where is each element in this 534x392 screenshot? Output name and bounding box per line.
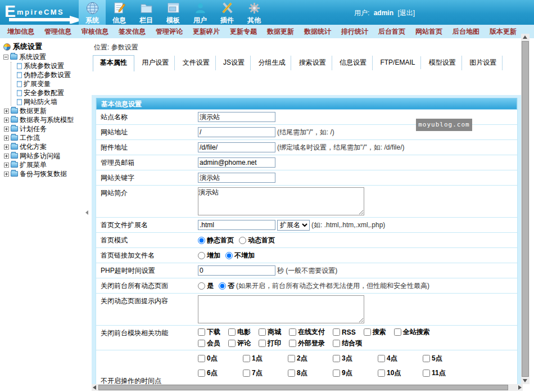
hour-checkbox[interactable]: 9点 bbox=[333, 368, 374, 378]
module-checkbox[interactable]: 外部登录 bbox=[289, 339, 325, 348]
expand-plus-icon[interactable] bbox=[4, 118, 9, 123]
menubar-item[interactable]: 更新碎片 bbox=[188, 25, 225, 38]
tree-folder[interactable]: 备份与恢复数据 bbox=[4, 170, 90, 178]
hour-checkbox[interactable]: 2点 bbox=[288, 354, 329, 363]
tree-folder[interactable]: 优化方案 bbox=[4, 143, 90, 151]
tab-model-settings[interactable]: 模型设置 bbox=[423, 56, 462, 70]
sidebar-collapse-handle[interactable] bbox=[85, 210, 88, 215]
checkbox-input[interactable] bbox=[198, 370, 205, 377]
checkbox-input[interactable] bbox=[288, 355, 295, 362]
tree-folder[interactable]: 数据更新 bbox=[4, 107, 90, 115]
radio-input[interactable] bbox=[225, 252, 233, 259]
tree-root-system-settings[interactable]: 系统设置 bbox=[3, 53, 90, 61]
nav-tab-plugins[interactable]: 插件 bbox=[214, 0, 241, 25]
checkbox-input[interactable] bbox=[394, 328, 401, 336]
menubar-item[interactable]: 签发信息 bbox=[114, 25, 151, 38]
radio-dynamic-home[interactable]: 动态首页 bbox=[239, 236, 275, 245]
checkbox-input[interactable] bbox=[289, 328, 296, 336]
menubar-item[interactable]: 审核信息 bbox=[76, 25, 114, 38]
menubar-item[interactable]: 后台地图 bbox=[447, 25, 485, 38]
nav-tab-info[interactable]: 信息 bbox=[106, 0, 133, 25]
tab-basic[interactable]: 基本属性 bbox=[93, 55, 134, 71]
hour-checkbox[interactable]: 6点 bbox=[198, 368, 239, 378]
checkbox-input[interactable] bbox=[333, 355, 340, 362]
scroll-up-icon[interactable] bbox=[523, 35, 527, 39]
checkbox-input[interactable] bbox=[333, 370, 340, 377]
radio-yes[interactable]: 是 bbox=[198, 281, 214, 291]
vertical-scrollbar[interactable] bbox=[521, 34, 530, 384]
expand-plus-icon[interactable] bbox=[4, 136, 9, 141]
expand-plus-icon[interactable] bbox=[4, 172, 9, 177]
expand-plus-icon[interactable] bbox=[4, 154, 9, 159]
hour-checkbox[interactable]: 11点 bbox=[423, 368, 464, 378]
radio-add-filename[interactable]: 增加 bbox=[198, 251, 220, 260]
checkbox-input[interactable] bbox=[378, 355, 385, 362]
tree-item[interactable]: 伪静态参数设置 bbox=[17, 71, 90, 79]
radio-input[interactable] bbox=[219, 282, 226, 290]
menubar-item[interactable]: 网站首页 bbox=[410, 25, 447, 38]
attach-url-input[interactable] bbox=[198, 142, 275, 152]
radio-no-add-filename[interactable]: 不增加 bbox=[225, 251, 255, 260]
hour-checkbox[interactable]: 10点 bbox=[378, 368, 419, 378]
radio-input[interactable] bbox=[198, 282, 205, 290]
admin-email-input[interactable] bbox=[198, 157, 275, 168]
radio-input[interactable] bbox=[198, 252, 205, 259]
vertical-scroll-thumb[interactable] bbox=[522, 41, 529, 377]
hour-checkbox[interactable]: 8点 bbox=[288, 368, 329, 378]
nav-tab-users[interactable]: 用户 bbox=[187, 0, 214, 25]
radio-input[interactable] bbox=[198, 237, 205, 244]
site-name-input[interactable] bbox=[198, 112, 275, 122]
nav-tab-system[interactable]: 系统 bbox=[79, 0, 106, 25]
radio-no[interactable]: 否 bbox=[219, 281, 234, 291]
menubar-item[interactable]: 增加信息 bbox=[2, 25, 39, 38]
horizontal-scroll-thumb[interactable] bbox=[98, 385, 508, 390]
tree-folder[interactable]: 工作流 bbox=[4, 134, 90, 142]
hour-checkbox[interactable]: 1点 bbox=[243, 354, 284, 363]
index-ext-select[interactable]: 扩展名 bbox=[277, 220, 310, 231]
nav-tab-templates[interactable]: 模板 bbox=[160, 0, 187, 25]
nav-tab-other[interactable]: 其他 bbox=[241, 0, 268, 25]
expand-plus-icon[interactable] bbox=[4, 163, 9, 168]
nav-tab-columns[interactable]: 栏目 bbox=[133, 0, 160, 25]
module-checkbox[interactable]: 全站搜索 bbox=[394, 327, 430, 337]
menubar-item[interactable]: 数据更新 bbox=[262, 25, 299, 38]
tab-group-build[interactable]: 分组生成 bbox=[252, 56, 291, 70]
checkbox-input[interactable] bbox=[243, 370, 250, 377]
tree-folder[interactable]: 数据表与系统模型 bbox=[4, 116, 90, 124]
module-checkbox[interactable]: 评论 bbox=[228, 339, 251, 348]
tree-item[interactable]: 扩展变量 bbox=[17, 80, 90, 88]
tree-folder[interactable]: 计划任务 bbox=[4, 125, 90, 133]
checkbox-input[interactable] bbox=[289, 340, 296, 347]
hour-checkbox[interactable]: 4点 bbox=[378, 354, 419, 363]
module-checkbox[interactable]: 电影 bbox=[228, 327, 251, 337]
index-ext-input[interactable] bbox=[198, 220, 275, 230]
horizontal-scrollbar[interactable] bbox=[92, 384, 523, 391]
hour-checkbox[interactable]: 3点 bbox=[333, 354, 374, 363]
menubar-item[interactable]: 排行统计 bbox=[336, 25, 373, 38]
checkbox-input[interactable] bbox=[333, 340, 340, 347]
radio-static-home[interactable]: 静态首页 bbox=[198, 236, 234, 245]
checkbox-input[interactable] bbox=[259, 340, 266, 347]
tab-file-settings[interactable]: 文件设置 bbox=[177, 56, 216, 70]
checkbox-input[interactable] bbox=[243, 355, 250, 362]
tree-folder[interactable]: 网站多访问端 bbox=[4, 152, 90, 160]
close-tip-textarea[interactable] bbox=[198, 295, 364, 323]
php-timeout-input[interactable] bbox=[198, 265, 275, 276]
keywords-input[interactable] bbox=[198, 173, 275, 183]
intro-textarea[interactable]: 演示站 bbox=[198, 187, 364, 215]
checkbox-input[interactable] bbox=[228, 328, 236, 336]
checkbox-input[interactable] bbox=[198, 328, 205, 336]
module-checkbox[interactable]: 商城 bbox=[259, 327, 281, 337]
checkbox-input[interactable] bbox=[364, 328, 371, 336]
tab-ftp-email[interactable]: FTP/EMAIL bbox=[374, 56, 421, 69]
menubar-item[interactable]: 数据统计 bbox=[299, 25, 336, 38]
tree-item[interactable]: 网站防火墙 bbox=[17, 98, 90, 106]
checkbox-input[interactable] bbox=[259, 328, 266, 336]
module-checkbox[interactable]: 打印 bbox=[259, 339, 281, 348]
module-checkbox[interactable]: 搜索 bbox=[364, 327, 386, 337]
expand-plus-icon[interactable] bbox=[4, 127, 9, 132]
collapse-minus-icon[interactable] bbox=[3, 55, 8, 60]
menubar-item[interactable]: 管理信息 bbox=[39, 25, 76, 38]
checkbox-input[interactable] bbox=[198, 355, 205, 362]
hour-checkbox[interactable]: 5点 bbox=[423, 354, 464, 363]
